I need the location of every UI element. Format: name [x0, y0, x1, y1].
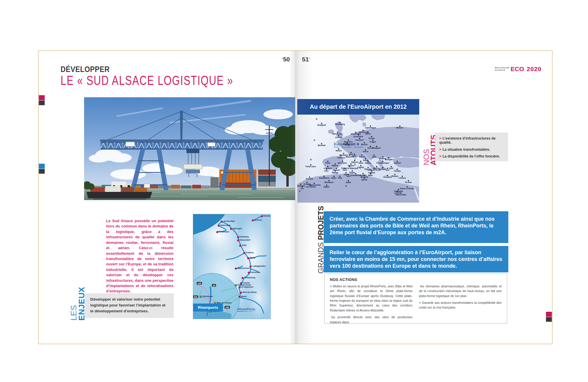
destination-city-marker: Mahon — [350, 163, 352, 165]
motorway-badge: A35 — [197, 282, 202, 284]
rheinports-city-marker: Mainz — [247, 257, 249, 259]
rheinports-title-badge: Rheinports — [193, 304, 223, 311]
destination-city-marker: Berlin — [368, 132, 369, 133]
print-mark-black — [39, 100, 45, 105]
city-label: Amsterdam — [223, 220, 235, 222]
destination-city-marker: Nantes — [338, 148, 339, 150]
city-label: Antwerpen — [219, 230, 229, 232]
destination-city-marker: Sharm el-Sheikh — [407, 186, 408, 187]
print-mark-blue — [39, 164, 45, 169]
rheinports-city-marker: Duisburg — [237, 236, 239, 238]
actions-column-right: les domaines pharmaceutique, chimique, a… — [419, 284, 502, 324]
chapter-kicker: DÉVELOPPER — [61, 65, 116, 74]
city-label: Saarbrücken — [237, 267, 250, 269]
brand-city-label: MULHOUSE ALSACE — [495, 67, 510, 71]
city-label: Antalya — [394, 170, 401, 172]
destination-city-marker: Bejaia — [352, 170, 353, 172]
print-mark-black — [39, 169, 45, 174]
city-label: Ajaccio — [351, 161, 358, 163]
destination-city-marker: Madrid — [335, 163, 336, 165]
action-paragraph: les domaines pharmaceutique, chimique, a… — [419, 284, 502, 298]
chevron-icon: > — [419, 301, 421, 304]
city-label: Nijmegen — [233, 227, 242, 229]
actions-box: NOS ACTIONS >Mettre en œuvre le projet R… — [324, 274, 507, 324]
euroairport-logo-subtitle: BASEL · MULHOUSE · FREIBURG — [334, 147, 363, 148]
city-label: Moscou — [396, 127, 403, 129]
city-label: Thessalonique — [376, 162, 389, 164]
city-label: Las Palmas — [305, 186, 316, 188]
city-label: Dusseldorf — [353, 135, 363, 138]
city-label: Dakar — [346, 181, 351, 183]
destination-city-marker: Lamezia Terme — [373, 168, 375, 169]
actions-column-left: >Mettre en œuvre le projet RheinPorts, a… — [330, 284, 412, 324]
euroairport-destinations-map: Reykjavik Edimbourg Manchester Londres C… — [297, 115, 419, 203]
atouts-vertical-label: NOS ATOUTS — [423, 133, 435, 165]
city-dot — [230, 228, 232, 230]
page-title: LE « SUD ALSACE LOGISTIQUE » — [61, 73, 282, 88]
plane-icon: ✈ — [309, 158, 312, 161]
destination-city-marker: Djerba — [364, 177, 365, 179]
logo-dot — [357, 143, 359, 145]
rheinports-green-city-marker: Ottmarsheim — [235, 284, 237, 286]
city-label: Bejaia — [349, 172, 355, 174]
city-label: Ibiza — [343, 169, 347, 171]
actions-title: NOS ACTIONS — [330, 277, 502, 282]
destination-city-marker: Lisbonne — [327, 166, 328, 167]
city-label: Casablanca — [319, 177, 329, 179]
destination-city-marker: Enfidha — [363, 173, 364, 174]
city-label: Toulouse — [337, 157, 345, 159]
city-dot — [237, 239, 239, 242]
chevron-icon: > — [439, 136, 441, 140]
destination-city-marker: Funchal — [309, 177, 310, 178]
destination-city-marker: Istanbul — [397, 161, 398, 162]
logo-swoosh — [237, 311, 255, 312]
destination-city-marker: Antalya — [397, 169, 398, 170]
city-dot — [261, 215, 263, 217]
destination-city-marker: Sal — [302, 186, 303, 187]
destination-city-marker: Punta Cana — [310, 164, 311, 165]
page-number-left: -50 — [272, 56, 290, 63]
atouts-box: >L’existence d’infrastructures de qualit… — [435, 133, 508, 161]
rheinports-green-city-marker: Mulhouse — [200, 296, 202, 298]
city-dot — [242, 277, 244, 279]
rheinports-city-marker: Hamburg — [261, 215, 263, 217]
projets-vertical-label: GRANDS PROJETS — [317, 210, 324, 274]
destination-city-marker: Bourgas — [388, 157, 389, 158]
destination-city-marker: Constantine — [355, 173, 356, 174]
city-dot — [237, 236, 239, 238]
destination-city-marker: Londres — [338, 135, 339, 136]
city-label: Alicante — [333, 169, 340, 171]
city-label: Amsterdam — [351, 133, 361, 135]
motorway-badge: A98 — [225, 306, 230, 309]
rheinports-city-marker: Ile Napoléon — [238, 286, 240, 289]
city-label: Berlin — [365, 133, 371, 135]
city-dot-green — [235, 284, 237, 286]
city-label: Mulhouse — [203, 295, 213, 298]
page-tick: - — [282, 56, 283, 60]
city-label: Cagliari — [357, 166, 364, 168]
city-label: Köln — [242, 244, 247, 246]
destination-city-marker: Héraklion — [387, 175, 388, 176]
city-label: Istanbul — [394, 162, 401, 164]
destination-city-marker: Moscou — [399, 125, 400, 127]
enjeux-vertical-label: LES ENJEUX — [70, 293, 86, 321]
city-dot — [248, 272, 250, 274]
city-label: Izmir — [389, 167, 393, 169]
destination-city-marker: Kos — [387, 168, 388, 169]
brand-eco-label: ECO — [511, 66, 524, 73]
destination-city-marker: Copenhague — [370, 125, 371, 127]
rheinports-city-marker: Bremen — [252, 220, 254, 222]
city-label: Héraklion — [383, 176, 392, 178]
destination-city-marker: Thessalonique — [382, 161, 383, 162]
destination-city-marker: Amsterdam — [355, 132, 356, 133]
city-label: Madrid — [332, 165, 338, 167]
city-label: Manchester — [332, 133, 343, 135]
action-paragraph: Sa proximité directe avec des sites de p… — [330, 315, 412, 324]
city-label: Malaga — [332, 172, 338, 174]
page-tick: - — [309, 56, 310, 60]
destination-city-marker: Split — [373, 155, 375, 156]
city-label: Kos — [386, 169, 389, 171]
brand-logo: MULHOUSE ALSACE ECO 2020 — [495, 66, 542, 73]
rheinports-city-marker: Saarbrücken — [235, 268, 237, 270]
destination-city-marker: Oran — [339, 176, 340, 177]
